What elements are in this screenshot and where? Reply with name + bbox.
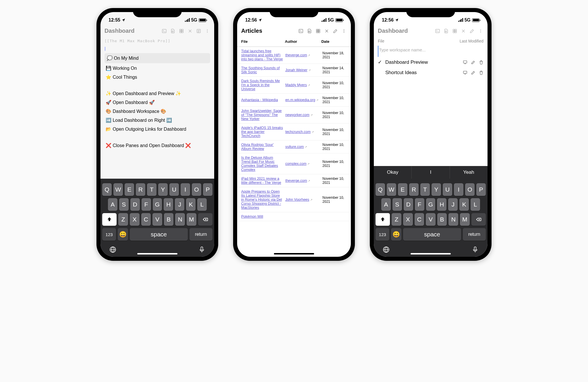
file-link[interactable]: Apple's iPadOS 15 breaks the app barrier… [241, 126, 283, 138]
space-key[interactable]: space [403, 228, 461, 241]
file-link[interactable]: Is the Deluxe Album Trend Bad For Music … [241, 156, 278, 172]
workspace-row[interactable]: ✓Dashboard Preview [378, 57, 483, 67]
key-D[interactable]: D [130, 198, 140, 211]
space-key[interactable]: space [130, 228, 187, 241]
close-icon[interactable] [187, 28, 193, 34]
edit-icon[interactable] [471, 60, 475, 65]
key-Q[interactable]: Q [376, 183, 385, 196]
key-R[interactable]: R [136, 183, 145, 196]
key-T[interactable]: T [147, 183, 156, 196]
edit-icon[interactable] [471, 70, 475, 75]
keyboard[interactable]: QWERTYUIOP ASDFGHJKL ZXCVBNM 123 😀 space… [100, 179, 214, 257]
key-K[interactable]: K [186, 198, 196, 211]
home-indicator[interactable] [137, 253, 177, 254]
key-P[interactable]: P [476, 183, 486, 196]
author-link[interactable]: John Voorhees [285, 198, 309, 202]
file-link[interactable]: Pokémon Will [241, 215, 263, 219]
table-row[interactable]: Apple Prepares to Open Its Latest Flagsh… [237, 187, 351, 212]
author-link[interactable]: newyorker.com [285, 113, 310, 117]
key-F[interactable]: F [142, 198, 151, 211]
grid-icon[interactable] [179, 28, 184, 34]
author-link[interactable]: Jonah Weiner [285, 68, 307, 72]
key-N[interactable]: N [448, 213, 458, 226]
key-X[interactable]: X [403, 213, 413, 226]
key-J[interactable]: J [448, 198, 458, 211]
numbers-key[interactable]: 123 [376, 228, 389, 241]
key-C[interactable]: C [141, 213, 151, 226]
list-item[interactable]: 💭 On My Mind [105, 53, 210, 63]
list-item[interactable]: 📂 Open Outgoing Links for Dashboard [105, 125, 210, 134]
key-B[interactable]: B [164, 213, 174, 226]
table-row[interactable]: Olivia Rodrigo 'Sour' Album Review vultu… [237, 140, 351, 153]
trash-icon[interactable] [479, 60, 483, 65]
edit-icon[interactable] [332, 28, 338, 34]
home-indicator[interactable] [411, 253, 451, 254]
key-V[interactable]: V [426, 213, 436, 226]
key-E[interactable]: E [125, 183, 134, 196]
author-link[interactable]: complex.com [285, 162, 307, 166]
emoji-key[interactable]: 😀 [118, 228, 128, 241]
author-link[interactable]: en.m.wikipedia.org [285, 98, 315, 102]
table-row[interactable]: John Swartzwelder, Sage of "The Simpsons… [237, 107, 351, 124]
terminal-icon[interactable] [298, 28, 304, 34]
workspace-name-input[interactable]: Type workspace name... [378, 46, 483, 57]
author-link[interactable]: Maddy Myers [285, 83, 307, 87]
key-J[interactable]: J [175, 198, 184, 211]
key-K[interactable]: K [459, 198, 469, 211]
file-link[interactable]: iPad Mini 2021 review a little different… [241, 177, 281, 185]
list-item[interactable]: 💾 Working On [105, 64, 210, 73]
key-D[interactable]: D [404, 198, 413, 211]
key-L[interactable]: L [197, 198, 207, 211]
table-row[interactable]: The Soothing Sounds of Silk Sonic Jonah … [237, 64, 351, 77]
monitor-icon[interactable] [463, 70, 467, 75]
table-row[interactable]: Tidal launches free streaming and splits… [237, 47, 351, 64]
file-link[interactable]: The Soothing Sounds of Silk Sonic [241, 66, 280, 74]
file-link[interactable]: Apple Prepares to Open Its Latest Flagsh… [241, 190, 282, 210]
key-X[interactable]: X [130, 213, 140, 226]
key-M[interactable]: M [187, 213, 196, 226]
key-T[interactable]: T [420, 183, 430, 196]
key-U[interactable]: U [169, 183, 179, 196]
key-Y[interactable]: Y [432, 183, 441, 196]
list-item[interactable]: 🎨 Dashboard Workspace 🎨 [105, 107, 210, 116]
backspace-key[interactable] [471, 213, 486, 226]
table-row[interactable]: Apple's iPadOS 15 breaks the app barrier… [237, 124, 351, 140]
key-E[interactable]: E [398, 183, 407, 196]
shift-key[interactable] [102, 213, 117, 226]
key-S[interactable]: S [119, 198, 129, 211]
key-N[interactable]: N [175, 213, 185, 226]
table-row[interactable]: Pokémon Will [237, 212, 351, 221]
file-link[interactable]: Dark Souls Reminds Me I'm a Speck in the… [241, 79, 280, 91]
reader-icon[interactable] [196, 28, 202, 34]
author-link[interactable]: theverge.com [285, 179, 307, 183]
key-S[interactable]: S [392, 198, 402, 211]
more-icon[interactable] [204, 28, 210, 34]
file-link[interactable]: Tidal launches free streaming and splits… [241, 49, 283, 61]
key-I[interactable]: I [454, 183, 463, 196]
key-M[interactable]: M [460, 213, 470, 226]
terminal-icon[interactable] [161, 28, 167, 34]
suggestion[interactable]: Okay [374, 166, 412, 179]
key-G[interactable]: G [153, 198, 162, 211]
key-P[interactable]: P [203, 183, 212, 196]
shift-key[interactable] [376, 213, 390, 226]
mic-icon[interactable] [471, 246, 479, 253]
key-H[interactable]: H [437, 198, 446, 211]
list-item[interactable]: 🚀 Open Dashboard 🚀 [105, 98, 210, 107]
close-icon[interactable] [461, 28, 466, 34]
key-V[interactable]: V [152, 213, 162, 226]
grid-icon[interactable] [452, 28, 458, 34]
terminal-icon[interactable] [435, 28, 440, 34]
mic-icon[interactable] [198, 246, 206, 253]
key-R[interactable]: R [409, 183, 419, 196]
table-row[interactable]: Aphantasia - Wikipedia en.m.wikipedia.or… [237, 94, 351, 107]
globe-icon[interactable] [109, 246, 117, 253]
return-key[interactable]: return [189, 228, 212, 241]
grid-icon[interactable] [315, 28, 321, 34]
keyboard[interactable]: OkayIYeah QWERTYUIOP ASDFGHJKL ZXCVBNM 1… [374, 166, 488, 257]
trash-icon[interactable] [479, 70, 483, 75]
home-indicator[interactable] [274, 253, 314, 254]
author-link[interactable]: techcrunch.com [285, 130, 311, 134]
key-Q[interactable]: Q [102, 183, 112, 196]
list-item[interactable]: ⭐ Cool Things [105, 73, 210, 82]
